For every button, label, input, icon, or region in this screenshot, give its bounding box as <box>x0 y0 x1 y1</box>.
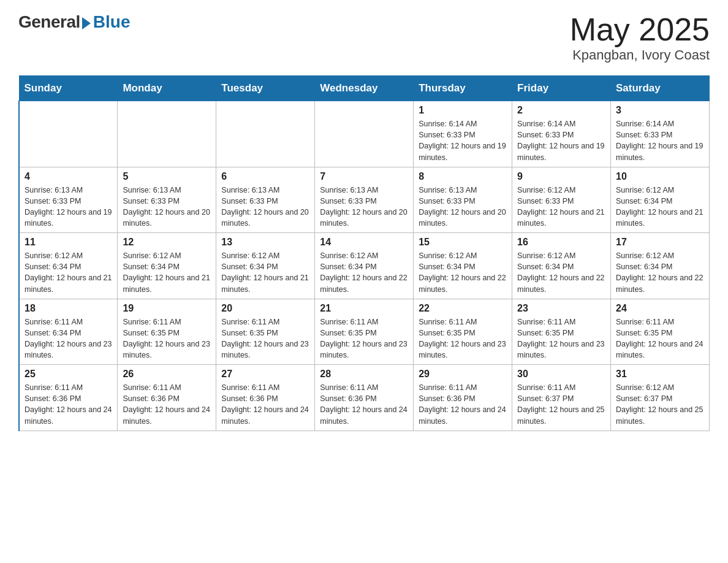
day-number: 1 <box>419 105 507 116</box>
calendar-table: SundayMondayTuesdayWednesdayThursdayFrid… <box>18 75 710 431</box>
calendar-cell: 22Sunrise: 6:11 AMSunset: 6:35 PMDayligh… <box>414 299 512 365</box>
day-info: Sunrise: 6:13 AMSunset: 6:33 PMDaylight:… <box>123 185 211 229</box>
day-number: 20 <box>221 303 309 314</box>
day-info: Sunrise: 6:13 AMSunset: 6:33 PMDaylight:… <box>221 185 309 229</box>
day-info: Sunrise: 6:14 AMSunset: 6:33 PMDaylight:… <box>616 118 704 163</box>
day-info: Sunrise: 6:11 AMSunset: 6:36 PMDaylight:… <box>25 382 112 427</box>
day-info: Sunrise: 6:13 AMSunset: 6:33 PMDaylight:… <box>419 185 507 229</box>
calendar-header-thursday: Thursday <box>414 76 512 101</box>
day-number: 7 <box>320 171 408 182</box>
calendar-cell <box>315 101 414 167</box>
calendar-week-1: 1Sunrise: 6:14 AMSunset: 6:33 PMDaylight… <box>19 101 710 167</box>
day-info: Sunrise: 6:11 AMSunset: 6:37 PMDaylight:… <box>517 382 605 427</box>
calendar-cell: 16Sunrise: 6:12 AMSunset: 6:34 PMDayligh… <box>512 233 611 299</box>
calendar-week-5: 25Sunrise: 6:11 AMSunset: 6:36 PMDayligh… <box>19 365 710 431</box>
calendar-header-sunday: Sunday <box>19 76 118 101</box>
calendar-cell <box>216 101 315 167</box>
day-number: 8 <box>419 171 507 182</box>
day-number: 30 <box>517 369 605 380</box>
calendar-cell: 11Sunrise: 6:12 AMSunset: 6:34 PMDayligh… <box>19 233 118 299</box>
day-info: Sunrise: 6:13 AMSunset: 6:33 PMDaylight:… <box>320 185 408 229</box>
calendar-cell: 28Sunrise: 6:11 AMSunset: 6:36 PMDayligh… <box>315 365 414 431</box>
calendar-cell <box>118 101 216 167</box>
calendar-cell: 2Sunrise: 6:14 AMSunset: 6:33 PMDaylight… <box>512 101 611 167</box>
calendar-cell: 1Sunrise: 6:14 AMSunset: 6:33 PMDaylight… <box>414 101 512 167</box>
day-info: Sunrise: 6:11 AMSunset: 6:35 PMDaylight:… <box>419 316 507 361</box>
calendar-cell: 27Sunrise: 6:11 AMSunset: 6:36 PMDayligh… <box>216 365 315 431</box>
calendar-cell: 20Sunrise: 6:11 AMSunset: 6:35 PMDayligh… <box>216 299 315 365</box>
calendar-header-friday: Friday <box>512 76 611 101</box>
day-info: Sunrise: 6:12 AMSunset: 6:34 PMDaylight:… <box>419 250 507 295</box>
day-info: Sunrise: 6:11 AMSunset: 6:35 PMDaylight:… <box>616 316 704 361</box>
day-info: Sunrise: 6:12 AMSunset: 6:37 PMDaylight:… <box>616 382 704 427</box>
calendar-cell: 7Sunrise: 6:13 AMSunset: 6:33 PMDaylight… <box>315 167 414 233</box>
calendar-cell: 3Sunrise: 6:14 AMSunset: 6:33 PMDaylight… <box>611 101 710 167</box>
day-info: Sunrise: 6:11 AMSunset: 6:35 PMDaylight:… <box>221 316 309 361</box>
day-number: 16 <box>517 237 605 248</box>
day-number: 21 <box>320 303 408 314</box>
calendar-header-tuesday: Tuesday <box>216 76 315 101</box>
day-number: 15 <box>419 237 507 248</box>
calendar-week-2: 4Sunrise: 6:13 AMSunset: 6:33 PMDaylight… <box>19 167 710 233</box>
calendar-cell: 29Sunrise: 6:11 AMSunset: 6:36 PMDayligh… <box>414 365 512 431</box>
day-number: 25 <box>25 369 112 380</box>
day-number: 2 <box>517 105 605 116</box>
month-year-title: May 2025 <box>570 12 710 47</box>
title-area: May 2025 Kpangban, Ivory Coast <box>570 12 710 63</box>
day-info: Sunrise: 6:12 AMSunset: 6:34 PMDaylight:… <box>123 250 211 295</box>
calendar-cell: 12Sunrise: 6:12 AMSunset: 6:34 PMDayligh… <box>118 233 216 299</box>
calendar-header-saturday: Saturday <box>611 76 710 101</box>
location-subtitle: Kpangban, Ivory Coast <box>570 47 710 63</box>
calendar-cell: 21Sunrise: 6:11 AMSunset: 6:35 PMDayligh… <box>315 299 414 365</box>
calendar-header-monday: Monday <box>118 76 216 101</box>
day-number: 29 <box>419 369 507 380</box>
day-number: 27 <box>221 369 309 380</box>
day-info: Sunrise: 6:11 AMSunset: 6:35 PMDaylight:… <box>320 316 408 361</box>
day-info: Sunrise: 6:12 AMSunset: 6:34 PMDaylight:… <box>616 185 704 229</box>
calendar-week-4: 18Sunrise: 6:11 AMSunset: 6:34 PMDayligh… <box>19 299 710 365</box>
calendar-cell: 23Sunrise: 6:11 AMSunset: 6:35 PMDayligh… <box>512 299 611 365</box>
day-info: Sunrise: 6:11 AMSunset: 6:35 PMDaylight:… <box>517 316 605 361</box>
day-info: Sunrise: 6:12 AMSunset: 6:34 PMDaylight:… <box>517 250 605 295</box>
calendar-cell: 13Sunrise: 6:12 AMSunset: 6:34 PMDayligh… <box>216 233 315 299</box>
calendar-cell: 5Sunrise: 6:13 AMSunset: 6:33 PMDaylight… <box>118 167 216 233</box>
day-info: Sunrise: 6:11 AMSunset: 6:36 PMDaylight:… <box>221 382 309 427</box>
day-number: 17 <box>616 237 704 248</box>
calendar-cell: 15Sunrise: 6:12 AMSunset: 6:34 PMDayligh… <box>414 233 512 299</box>
day-number: 19 <box>123 303 211 314</box>
day-number: 31 <box>616 369 704 380</box>
calendar-cell: 18Sunrise: 6:11 AMSunset: 6:34 PMDayligh… <box>19 299 118 365</box>
calendar-cell: 8Sunrise: 6:13 AMSunset: 6:33 PMDaylight… <box>414 167 512 233</box>
calendar-cell: 17Sunrise: 6:12 AMSunset: 6:34 PMDayligh… <box>611 233 710 299</box>
calendar-cell: 6Sunrise: 6:13 AMSunset: 6:33 PMDaylight… <box>216 167 315 233</box>
day-info: Sunrise: 6:11 AMSunset: 6:36 PMDaylight:… <box>123 382 211 427</box>
day-number: 26 <box>123 369 211 380</box>
calendar-cell: 10Sunrise: 6:12 AMSunset: 6:34 PMDayligh… <box>611 167 710 233</box>
day-number: 28 <box>320 369 408 380</box>
calendar-cell: 9Sunrise: 6:12 AMSunset: 6:33 PMDaylight… <box>512 167 611 233</box>
day-info: Sunrise: 6:14 AMSunset: 6:33 PMDaylight:… <box>419 118 507 163</box>
day-number: 18 <box>25 303 112 314</box>
day-info: Sunrise: 6:13 AMSunset: 6:33 PMDaylight:… <box>25 185 112 229</box>
day-number: 13 <box>221 237 309 248</box>
day-info: Sunrise: 6:12 AMSunset: 6:33 PMDaylight:… <box>517 185 605 229</box>
day-number: 9 <box>517 171 605 182</box>
calendar-cell: 30Sunrise: 6:11 AMSunset: 6:37 PMDayligh… <box>512 365 611 431</box>
day-number: 3 <box>616 105 704 116</box>
logo-general-text: General <box>18 12 80 32</box>
calendar-week-3: 11Sunrise: 6:12 AMSunset: 6:34 PMDayligh… <box>19 233 710 299</box>
calendar-cell: 14Sunrise: 6:12 AMSunset: 6:34 PMDayligh… <box>315 233 414 299</box>
page-header: General Blue May 2025 Kpangban, Ivory Co… <box>18 12 710 63</box>
day-info: Sunrise: 6:11 AMSunset: 6:35 PMDaylight:… <box>123 316 211 361</box>
day-number: 23 <box>517 303 605 314</box>
day-number: 24 <box>616 303 704 314</box>
calendar-cell: 26Sunrise: 6:11 AMSunset: 6:36 PMDayligh… <box>118 365 216 431</box>
calendar-header-wednesday: Wednesday <box>315 76 414 101</box>
calendar-cell: 24Sunrise: 6:11 AMSunset: 6:35 PMDayligh… <box>611 299 710 365</box>
day-info: Sunrise: 6:12 AMSunset: 6:34 PMDaylight:… <box>221 250 309 295</box>
day-info: Sunrise: 6:14 AMSunset: 6:33 PMDaylight:… <box>517 118 605 163</box>
day-number: 14 <box>320 237 408 248</box>
day-info: Sunrise: 6:12 AMSunset: 6:34 PMDaylight:… <box>25 250 112 295</box>
day-number: 5 <box>123 171 211 182</box>
day-number: 22 <box>419 303 507 314</box>
